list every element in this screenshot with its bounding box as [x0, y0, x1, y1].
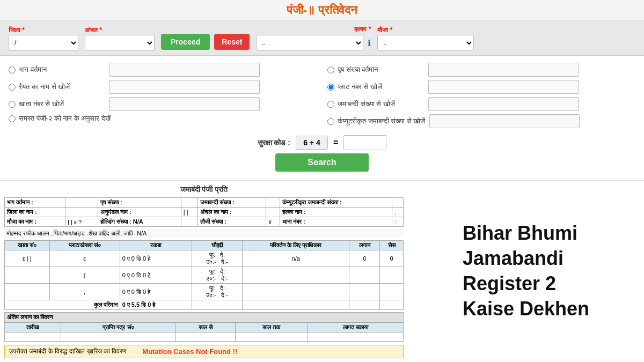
anchal-group: अंचल *: [85, 26, 155, 51]
radio-bhag-label[interactable]: भाग वर्तमान: [9, 65, 105, 74]
top-bar: जिला * / अंचल * Proceed Reset हल्का *: [0, 21, 644, 56]
halka-group: हल्का * .. ℹ: [256, 25, 371, 51]
search-button[interactable]: Search: [275, 153, 368, 172]
info-text: Bihar Bhumi Jamabandi Register 2 Kaise D…: [463, 221, 589, 321]
search-grid: भाग वर्तमान रैयत का नाम से खोजें खाता नं…: [9, 61, 635, 130]
page-title: पंजी-॥ प्रतिवेदन: [287, 3, 357, 17]
mutation-status: Mutation Cases Not Found !!: [142, 348, 237, 356]
radio-jamabandi[interactable]: [327, 101, 334, 108]
captcha-label: सुरक्षा कोड :: [258, 138, 290, 147]
radio-plot-label[interactable]: प्लाट नंबर से खोजें: [327, 83, 424, 91]
proceed-button[interactable]: Proceed: [161, 34, 210, 50]
radio-bhag[interactable]: [9, 67, 16, 73]
khata-input[interactable]: [109, 97, 260, 111]
mouja-group: मौजा * ..: [377, 26, 474, 51]
anchal-select[interactable]: [85, 35, 155, 51]
table-row: ; 0 ए 0 डि 0 हे फू: दे:उ०:- दे:-: [5, 284, 404, 300]
jila-label: जिला *: [9, 26, 78, 34]
antim-title: अंतिम लगान का विवरण: [4, 312, 404, 322]
antim-table: तारीख प्राप्ति पत्र सं० साल से साल तक ला…: [4, 322, 404, 342]
radio-raiyat[interactable]: [9, 84, 16, 91]
radio-khata[interactable]: [9, 101, 16, 108]
search-row-computer-jam: कंप्यूटरीकृत जमाबन्दी संख्या से खोजें: [327, 113, 635, 130]
radio-pristha[interactable]: [327, 67, 334, 73]
radio-plot[interactable]: [327, 84, 334, 91]
antim-row: [5, 333, 404, 342]
mouja-select[interactable]: ..: [377, 35, 474, 51]
jila-select[interactable]: /: [9, 35, 78, 51]
table-row: ( 0 ए 0 डि 0 हे फू: दे:उ०:- दे:-: [5, 267, 404, 284]
radio-computer-jam-label[interactable]: कंप्यूटरीकृत जमाबन्दी संख्या से खोजें: [327, 117, 425, 125]
info-section: Bihar Bhumi Jamabandi Register 2 Kaise D…: [408, 181, 644, 362]
computer-jam-input[interactable]: [429, 114, 580, 128]
radio-raiyat-label[interactable]: रैयत का नाम से खोजें: [9, 83, 105, 91]
captcha-eq: =: [333, 138, 338, 147]
search-row-raiyat: रैयत का नाम से खोजें: [9, 78, 317, 95]
halka-label: हल्का *: [354, 25, 371, 33]
radio-computer-jam[interactable]: [327, 118, 334, 125]
search-row-plot: प्लाट नंबर से खोजें: [327, 78, 635, 95]
raiyat-input[interactable]: [109, 80, 260, 94]
reset-button[interactable]: Reset: [214, 34, 250, 50]
header-bar: पंजी-॥ प्रतिवेदन: [0, 0, 644, 21]
search-row-pristha: पृष संख्या वर्तमान: [327, 61, 635, 78]
table-row: ε | | ε 0 ए 0 डि 0 हे फू: दे:उ०:- दे:- n…: [5, 250, 404, 267]
search-right-col: पृष संख्या वर्तमान प्लाट नंबर से खोजें ज…: [327, 61, 635, 130]
anchal-label: अंचल *: [85, 26, 155, 34]
owner-info: मोहम्मद रफीक आलम , पिता/भाय/अड्ड -शेख वा…: [4, 229, 404, 238]
radio-khata-label[interactable]: खाता नंबर से खोजें: [9, 100, 105, 108]
radio-samast[interactable]: [9, 115, 16, 122]
radio-samast-label[interactable]: समस्त पंजी-२ को नाम के अनुसार देखें: [9, 114, 111, 123]
pristha-input[interactable]: [428, 63, 579, 77]
radio-jamabandi-label[interactable]: जमाबन्दी संख्या से खोजें: [327, 100, 424, 108]
mutation-bar: उपरोक्त जमाबंदी के विरुद्ध दाखिल ख़ारिज …: [4, 345, 404, 358]
jila-group: जिला * /: [9, 26, 78, 51]
search-left-col: भाग वर्तमान रैयत का नाम से खोजें खाता नं…: [9, 61, 317, 130]
content-area: जमाबंदी पंजी प्रति भाग वर्तमान : पृष संख…: [0, 181, 644, 362]
meta-header-table: भाग वर्तमान : पृष संख्या : जमाबन्दी संख्…: [4, 197, 404, 227]
plot-input[interactable]: [428, 80, 579, 94]
search-row-jamabandi: जमाबन्दी संख्या से खोजें: [327, 95, 635, 113]
bhag-input[interactable]: [109, 63, 260, 77]
jamabandi-title: जमाबंदी पंजी प्रति: [4, 185, 404, 194]
data-table: खाता सं० प्लाट/खेसरा सं० रकबा चौहद्दी पर…: [4, 240, 404, 310]
search-row-samast: समस्त पंजी-२ को नाम के अनुसार देखें: [9, 113, 317, 124]
captcha-expr: 6 + 4: [296, 136, 328, 150]
info-icon[interactable]: ℹ: [368, 38, 371, 48]
captcha-input[interactable]: [343, 135, 386, 150]
captcha-row: सुरक्षा कोड : 6 + 4 =: [9, 135, 635, 150]
mouja-label: मौजा *: [377, 26, 474, 34]
search-row-khata: खाता नंबर से खोजें: [9, 95, 317, 113]
search-form: भाग वर्तमान रैयत का नाम से खोजें खाता नं…: [0, 56, 644, 181]
jamabandi-input[interactable]: [428, 97, 579, 111]
jamabandi-section: जमाबंदी पंजी प्रति भाग वर्तमान : पृष संख…: [0, 181, 408, 362]
radio-pristha-label[interactable]: पृष संख्या वर्तमान: [327, 65, 424, 74]
halka-select[interactable]: ..: [256, 35, 363, 51]
antim-section: अंतिम लगान का विवरण तारीख प्राप्ति पत्र …: [4, 312, 404, 342]
search-row-bhag: भाग वर्तमान: [9, 61, 317, 78]
total-row: कुल परिमान 0 ए 5.5 डि 0 हे: [5, 300, 404, 310]
search-btn-row: Search: [9, 153, 635, 172]
